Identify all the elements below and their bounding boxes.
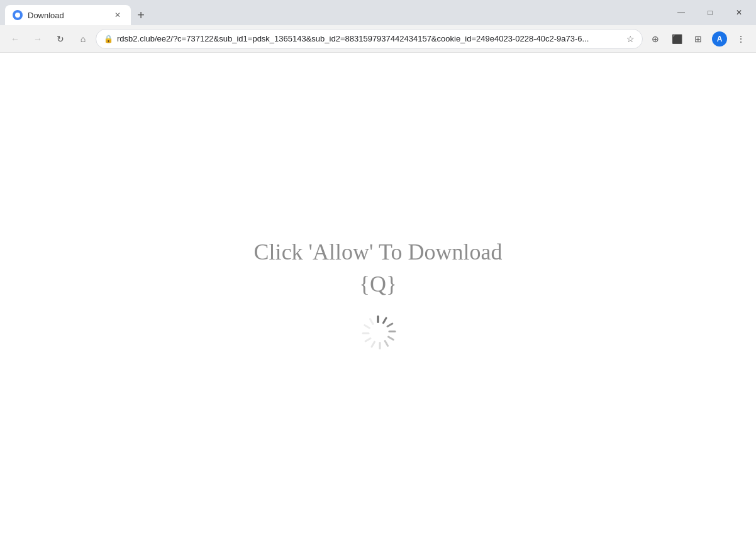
- menu-button[interactable]: ⋮: [731, 29, 751, 49]
- new-tab-button[interactable]: +: [131, 5, 151, 25]
- tab-favicon: [13, 10, 23, 20]
- zoom-button[interactable]: ⊕: [645, 29, 665, 49]
- spinner-line-3: [386, 322, 394, 328]
- spinner-line-11: [364, 324, 371, 329]
- home-icon: ⌂: [81, 34, 86, 44]
- avatar: A: [712, 31, 727, 46]
- close-button[interactable]: ✕: [725, 0, 753, 25]
- tab-strip: Download ✕ +: [0, 0, 664, 25]
- window-controls: — □ ✕: [664, 0, 756, 25]
- spinner-line-10: [362, 332, 370, 334]
- reload-icon: ↻: [57, 34, 64, 44]
- tab-close-button[interactable]: ✕: [112, 9, 123, 21]
- spinner-line-5: [387, 336, 394, 341]
- profile-button[interactable]: A: [709, 29, 730, 49]
- bookmark-star-icon[interactable]: ☆: [626, 34, 635, 44]
- forward-icon: →: [33, 34, 42, 44]
- bookmark-icon: ⊞: [694, 34, 702, 44]
- active-tab[interactable]: Download ✕: [5, 5, 131, 25]
- spinner: [361, 315, 395, 349]
- titlebar: Download ✕ + — □ ✕: [0, 0, 756, 25]
- navbar: ← → ↻ ⌂ 🔒 rdsb2.club/ee2/?c=737122&sub_i…: [0, 25, 756, 53]
- bookmark-button[interactable]: ⊞: [688, 29, 708, 49]
- home-button[interactable]: ⌂: [73, 29, 93, 49]
- spinner-line-1: [377, 315, 379, 323]
- heading-line1: Click 'Allow' To Download: [254, 236, 503, 268]
- spinner-line-8: [370, 341, 376, 348]
- maximize-button[interactable]: □: [696, 0, 725, 25]
- address-text: rdsb2.club/ee2/?c=737122&sub_id1=pdsk_13…: [117, 34, 623, 43]
- forward-button[interactable]: →: [28, 29, 48, 49]
- tab-title: Download: [28, 11, 107, 20]
- spinner-line-7: [379, 342, 381, 349]
- spinner-line-9: [364, 337, 372, 342]
- main-heading: Click 'Allow' To Download {Q}: [254, 236, 503, 300]
- minimize-button[interactable]: —: [667, 0, 696, 25]
- back-button[interactable]: ←: [5, 29, 25, 49]
- spinner-line-6: [384, 339, 389, 347]
- screenshot-button[interactable]: ⬛: [667, 29, 687, 49]
- heading-line2: {Q}: [254, 268, 503, 300]
- spinner-line-12: [369, 318, 374, 325]
- screenshot-icon: ⬛: [672, 34, 682, 44]
- reload-button[interactable]: ↻: [50, 29, 70, 49]
- loading-spinner: [358, 312, 398, 353]
- address-bar[interactable]: 🔒 rdsb2.club/ee2/?c=737122&sub_id1=pdsk_…: [96, 29, 643, 49]
- browser-window: Download ✕ + — □ ✕ ← → ↻ ⌂ 🔒 rdsb2.club/…: [0, 0, 756, 536]
- menu-icon: ⋮: [737, 34, 745, 44]
- nav-right-icons: ⊕ ⬛ ⊞ A ⋮: [645, 29, 751, 49]
- back-icon: ←: [11, 34, 19, 44]
- spinner-line-4: [389, 331, 396, 332]
- zoom-icon: ⊕: [652, 34, 659, 44]
- page-content: Click 'Allow' To Download {Q}: [0, 53, 756, 536]
- spinner-line-2: [382, 317, 387, 324]
- lock-icon: 🔒: [104, 35, 113, 43]
